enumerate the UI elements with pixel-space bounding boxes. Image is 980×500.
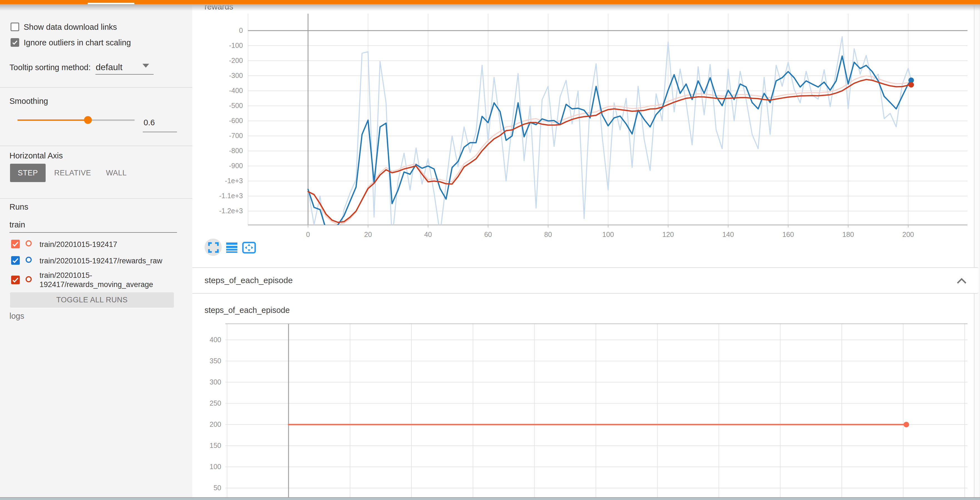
svg-text:-1.2e+3: -1.2e+3: [219, 207, 243, 215]
run-isolate-radio[interactable]: [25, 240, 32, 246]
sidebar: Show data download links Ignore outliers…: [0, 4, 192, 500]
svg-text:50: 50: [213, 484, 221, 492]
svg-text:-400: -400: [229, 87, 243, 94]
tooltip-sorting-label: Tooltip sorting method:: [10, 63, 91, 72]
run-label: train/20201015-192417: [40, 240, 188, 249]
svg-text:0: 0: [306, 231, 310, 238]
svg-text:-1e+3: -1e+3: [225, 177, 243, 185]
svg-text:-100: -100: [229, 41, 243, 49]
ignore-outliers-label: Ignore outliers in chart scaling: [24, 38, 131, 47]
svg-text:160: 160: [783, 231, 794, 238]
app-header-bar: [0, 0, 980, 4]
axis-wall-button[interactable]: WALL: [100, 164, 133, 182]
run-isolate-radio[interactable]: [25, 257, 32, 263]
svg-text:100: 100: [210, 463, 221, 470]
run-checkbox[interactable]: [11, 256, 20, 265]
expand-icon[interactable]: [208, 242, 219, 253]
svg-text:200: 200: [902, 231, 914, 238]
check-icon: [12, 276, 19, 284]
svg-text:20: 20: [364, 231, 372, 238]
svg-text:-700: -700: [229, 132, 243, 140]
section-header-band[interactable]: [192, 267, 978, 294]
run-filter-underline: [10, 232, 177, 233]
svg-text:200: 200: [210, 420, 221, 428]
horizontal-axis-label: Horizontal Axis: [10, 151, 63, 160]
svg-text:350: 350: [210, 357, 221, 365]
svg-text:-600: -600: [229, 117, 243, 124]
tooltip-select-underline: [95, 74, 154, 75]
show-download-links-checkbox[interactable]: [11, 22, 19, 31]
smoothing-slider-fill: [18, 119, 88, 121]
svg-text:80: 80: [544, 231, 552, 238]
check-icon: [12, 240, 19, 248]
svg-text:100: 100: [602, 231, 614, 238]
svg-text:120: 120: [662, 231, 674, 238]
axis-step-button[interactable]: STEP: [10, 164, 46, 182]
dropdown-arrow-icon[interactable]: [142, 64, 149, 68]
check-icon: [12, 39, 18, 46]
svg-text:-800: -800: [229, 147, 243, 154]
tensorboard-page: rewards 0-100-200-300-400-500-600-700-80…: [0, 0, 980, 500]
svg-text:140: 140: [722, 231, 734, 238]
run-isolate-radio[interactable]: [25, 276, 32, 282]
window-bottom-edge: [0, 497, 980, 500]
active-tab-indicator: [88, 3, 134, 4]
tooltip-sorting-select[interactable]: default: [96, 62, 123, 72]
check-icon: [12, 257, 19, 264]
svg-text:-300: -300: [229, 72, 243, 80]
toggle-all-runs-button[interactable]: TOGGLE ALL RUNS: [10, 292, 174, 307]
header-shadow: [0, 4, 980, 11]
smoothing-label: Smoothing: [10, 97, 48, 106]
fit-domain-icon[interactable]: [242, 242, 256, 254]
ignore-outliers-checkbox[interactable]: [11, 38, 19, 47]
svg-text:180: 180: [842, 231, 854, 238]
svg-text:-900: -900: [229, 162, 243, 170]
svg-text:60: 60: [484, 231, 492, 238]
svg-text:-500: -500: [229, 102, 243, 110]
smoothing-value-underline: [143, 132, 177, 132]
smoothing-slider-handle[interactable]: [84, 116, 92, 124]
sidebar-divider: [0, 87, 192, 88]
run-checkbox[interactable]: [11, 275, 20, 284]
logs-label: logs: [10, 312, 24, 321]
axis-relative-button[interactable]: RELATIVE: [50, 164, 95, 182]
steps-chart-title: steps_of_each_episode: [205, 306, 290, 315]
svg-text:40: 40: [424, 231, 432, 238]
svg-text:150: 150: [210, 441, 221, 449]
svg-text:-200: -200: [229, 57, 243, 64]
section-header-title: steps_of_each_episode: [205, 275, 293, 285]
runs-label: Runs: [10, 202, 29, 212]
run-label: train/20201015-192417/rewards_raw: [40, 256, 188, 266]
run-label: train/20201015-192417/rewards_moving_ave…: [40, 271, 188, 289]
sidebar-divider: [0, 146, 192, 146]
svg-text:300: 300: [210, 378, 221, 386]
svg-text:-1.1e+3: -1.1e+3: [219, 192, 243, 200]
run-filter-input[interactable]: train: [10, 220, 25, 229]
run-checkbox[interactable]: [11, 240, 20, 248]
svg-text:400: 400: [210, 336, 221, 344]
smoothing-value-input[interactable]: 0.6: [143, 118, 155, 127]
svg-text:250: 250: [210, 399, 221, 407]
collapse-chevron-icon[interactable]: [957, 278, 967, 284]
data-table-icon[interactable]: [226, 242, 237, 253]
show-download-links-label: Show data download links: [24, 22, 117, 32]
svg-text:0: 0: [239, 27, 243, 34]
sidebar-divider: [0, 198, 192, 199]
